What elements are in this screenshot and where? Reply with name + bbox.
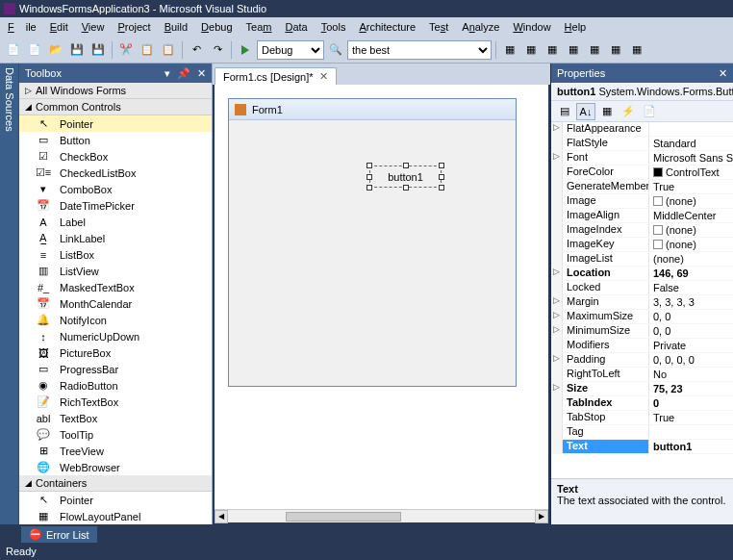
toolbox-item-webbrowser[interactable]: 🌐WebBrowser bbox=[19, 459, 212, 475]
property-value[interactable]: (none) bbox=[649, 223, 733, 237]
property-row-maximumsize[interactable]: ▷MaximumSize0, 0 bbox=[551, 310, 733, 324]
property-value[interactable]: Private bbox=[649, 339, 733, 352]
toolbox-item-richtextbox[interactable]: 📝RichTextBox bbox=[19, 394, 212, 410]
close-icon[interactable]: ✕ bbox=[197, 67, 206, 79]
toolbox-item-button[interactable]: ▭Button bbox=[19, 132, 212, 148]
property-value[interactable]: Standard bbox=[649, 137, 733, 150]
menu-data[interactable]: Data bbox=[279, 19, 313, 35]
ext1-icon[interactable]: ▦ bbox=[500, 40, 519, 60]
property-value[interactable]: button1 bbox=[649, 440, 733, 453]
find-icon[interactable]: 🔍 bbox=[326, 40, 345, 60]
property-row-imagekey[interactable]: ImageKey(none) bbox=[551, 238, 733, 252]
property-row-flatappearance[interactable]: ▷FlatAppearance bbox=[551, 122, 733, 137]
toolbox-item-textbox[interactable]: ablTextBox bbox=[19, 410, 212, 426]
property-value[interactable]: 75, 23 bbox=[649, 382, 733, 395]
toolbox-item-listbox[interactable]: ≡ListBox bbox=[19, 246, 212, 263]
toolbox-item-tooltip[interactable]: 💬ToolTip bbox=[19, 426, 212, 443]
data-sources-tab[interactable]: Data Sources bbox=[0, 64, 19, 524]
toolbox-item-pointer[interactable]: ↖Pointer bbox=[19, 115, 212, 132]
scroll-right-icon[interactable]: ▶ bbox=[535, 510, 548, 523]
toolbox-item-radiobutton[interactable]: ◉RadioButton bbox=[19, 377, 212, 394]
property-value[interactable]: False bbox=[649, 281, 733, 294]
designer-surface[interactable]: Form1 button1 ◀ ▶ bbox=[215, 85, 548, 522]
menu-help[interactable]: Help bbox=[559, 19, 593, 35]
property-row-margin[interactable]: ▷Margin3, 3, 3, 3 bbox=[551, 295, 733, 310]
expand-icon[interactable]: ▷ bbox=[551, 267, 563, 280]
start-debug-icon[interactable] bbox=[236, 40, 255, 60]
property-object-selector[interactable]: button1 System.Windows.Forms.Button bbox=[551, 83, 733, 101]
expand-icon[interactable]: ▷ bbox=[551, 353, 563, 367]
ext3-icon[interactable]: ▦ bbox=[543, 40, 562, 60]
property-row-tabstop[interactable]: TabStopTrue bbox=[551, 411, 733, 425]
property-pages-icon[interactable]: 📄 bbox=[640, 103, 659, 120]
toolbox-item-datetimepicker[interactable]: 📅DateTimePicker bbox=[19, 197, 212, 214]
property-value[interactable]: MiddleCenter bbox=[649, 209, 733, 222]
copy-icon[interactable]: 📋 bbox=[138, 40, 157, 60]
property-value[interactable]: 0, 0 bbox=[649, 310, 733, 323]
designer-scrollbar-h[interactable]: ◀ ▶ bbox=[215, 509, 548, 522]
cut-icon[interactable]: ✂️ bbox=[116, 40, 136, 60]
expand-icon[interactable]: ▷ bbox=[551, 382, 563, 395]
property-row-modifiers[interactable]: ModifiersPrivate bbox=[551, 339, 733, 353]
property-row-image[interactable]: Image(none) bbox=[551, 194, 733, 209]
menu-view[interactable]: View bbox=[76, 19, 111, 35]
toolbox-item-flowlayoutpanel[interactable]: ▦FlowLayoutPanel bbox=[19, 508, 212, 524]
menu-window[interactable]: Window bbox=[507, 19, 556, 35]
ext6-icon[interactable]: ▦ bbox=[606, 40, 625, 60]
property-value[interactable]: 0, 0, 0, 0 bbox=[649, 353, 733, 367]
add-item-icon[interactable]: 📄 bbox=[25, 40, 44, 60]
property-row-size[interactable]: ▷Size75, 23 bbox=[551, 382, 733, 396]
property-value[interactable]: 3, 3, 3, 3 bbox=[649, 295, 733, 309]
toolbox-item-maskedtextbox[interactable]: #_MaskedTextBox bbox=[19, 279, 212, 295]
document-tab[interactable]: Form1.cs [Design]* ✕ bbox=[215, 67, 337, 85]
ext7-icon[interactable]: ▦ bbox=[627, 40, 646, 60]
property-value[interactable]: ControlText bbox=[649, 165, 733, 179]
alphabetical-icon[interactable]: A↓ bbox=[576, 103, 595, 120]
properties-icon[interactable]: ▦ bbox=[597, 103, 617, 120]
menu-project[interactable]: Project bbox=[112, 19, 156, 35]
toolbox-item-label[interactable]: ALabel bbox=[19, 214, 212, 230]
property-row-righttoleft[interactable]: RightToLeftNo bbox=[551, 368, 733, 382]
toolbox-item-checkbox[interactable]: ☑CheckBox bbox=[19, 148, 212, 165]
save-all-icon[interactable]: 💾 bbox=[88, 40, 108, 60]
expand-icon[interactable]: ▷ bbox=[551, 310, 563, 323]
menu-build[interactable]: Build bbox=[159, 19, 193, 35]
property-value[interactable]: 146, 69 bbox=[649, 267, 733, 280]
property-value[interactable]: True bbox=[649, 180, 733, 193]
open-icon[interactable]: 📂 bbox=[46, 40, 65, 60]
events-icon[interactable]: ⚡ bbox=[619, 103, 638, 120]
close-icon[interactable]: ✕ bbox=[719, 67, 727, 79]
menu-analyze[interactable]: Analyze bbox=[456, 19, 505, 35]
redo-icon[interactable]: ↷ bbox=[208, 40, 227, 60]
property-grid[interactable]: ▷FlatAppearanceFlatStyleStandard▷FontMic… bbox=[551, 122, 733, 478]
property-value[interactable] bbox=[649, 122, 733, 136]
categorized-icon[interactable]: ▤ bbox=[555, 103, 574, 120]
scroll-left-icon[interactable]: ◀ bbox=[215, 510, 228, 523]
form-window[interactable]: Form1 button1 bbox=[228, 98, 517, 387]
property-value[interactable]: (none) bbox=[649, 252, 733, 266]
expand-icon[interactable]: ▷ bbox=[551, 151, 563, 165]
error-list-tab[interactable]: ⛔ Error List bbox=[21, 526, 97, 543]
menu-file[interactable]: File bbox=[2, 19, 42, 35]
property-row-imageindex[interactable]: ImageIndex(none) bbox=[551, 223, 733, 238]
group-containers[interactable]: ◢Containers bbox=[19, 475, 212, 492]
expand-icon[interactable]: ▷ bbox=[551, 295, 563, 309]
property-value[interactable]: No bbox=[649, 368, 733, 381]
tab-close-icon[interactable]: ✕ bbox=[319, 70, 328, 83]
property-row-font[interactable]: ▷FontMicrosoft Sans Ser bbox=[551, 151, 733, 165]
designer-button1[interactable]: button1 bbox=[369, 165, 442, 188]
menu-debug[interactable]: Debug bbox=[195, 19, 238, 35]
group-common-controls[interactable]: ◢Common Controls bbox=[19, 99, 212, 115]
menu-test[interactable]: Test bbox=[423, 19, 454, 35]
toolbox-item-combobox[interactable]: ▾ComboBox bbox=[19, 181, 212, 197]
property-value[interactable]: True bbox=[649, 411, 733, 424]
toolbox-item-picturebox[interactable]: 🖼PictureBox bbox=[19, 344, 212, 361]
property-row-flatstyle[interactable]: FlatStyleStandard bbox=[551, 137, 733, 151]
property-value[interactable]: (none) bbox=[649, 194, 733, 208]
menu-team[interactable]: Team bbox=[240, 19, 278, 35]
group-all-windows-forms[interactable]: ▷All Windows Forms bbox=[19, 83, 212, 99]
paste-icon[interactable]: 📋 bbox=[159, 40, 178, 60]
ext5-icon[interactable]: ▦ bbox=[585, 40, 604, 60]
expand-icon[interactable]: ▷ bbox=[551, 122, 563, 136]
property-row-minimumsize[interactable]: ▷MinimumSize0, 0 bbox=[551, 324, 733, 339]
